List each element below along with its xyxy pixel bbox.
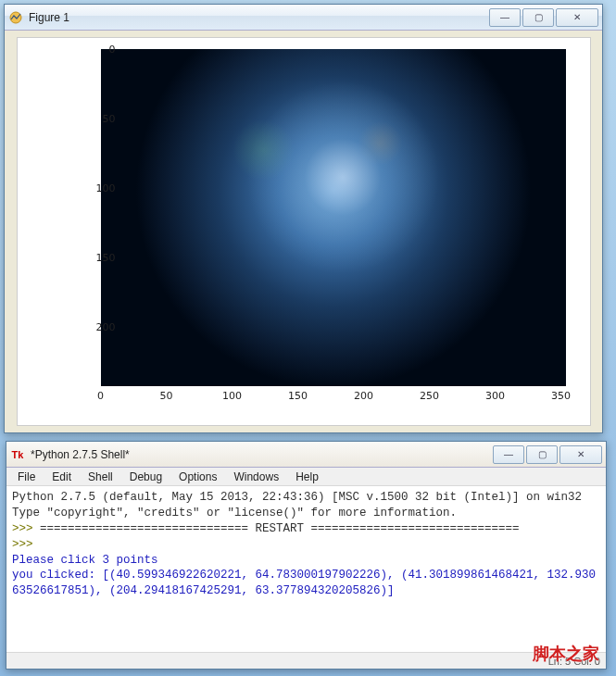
earth-image xyxy=(101,49,566,386)
shell-output[interactable]: Python 2.7.5 (default, May 15 2013, 22:4… xyxy=(6,486,606,652)
x-tick-label: 50 xyxy=(160,390,173,402)
y-tick-label: 50 xyxy=(88,113,116,125)
shell-menubar: FileEditShellDebugOptionsWindowsHelp xyxy=(6,468,606,486)
shell-prompt: >>> xyxy=(12,522,40,535)
shell-prompt: >>> xyxy=(12,538,40,551)
minimize-button[interactable]: — xyxy=(493,445,524,464)
shell-restart: ============================== RESTART =… xyxy=(40,522,520,535)
minimize-button[interactable]: — xyxy=(489,8,521,27)
menu-help[interactable]: Help xyxy=(288,469,326,485)
x-tick-label: 300 xyxy=(485,390,505,402)
x-tick-label: 350 xyxy=(551,390,571,402)
maximize-button[interactable]: ▢ xyxy=(522,8,554,27)
shell-title: *Python 2.7.5 Shell* xyxy=(31,448,493,461)
x-tick-label: 0 xyxy=(97,390,104,402)
tk-icon: Tk xyxy=(10,447,25,462)
figure-titlebar[interactable]: Figure 1 — ▢ ✕ xyxy=(5,5,602,31)
close-button[interactable]: ✕ xyxy=(559,445,602,464)
watermark: 脚本之家 xyxy=(533,643,599,665)
y-tick-label: 100 xyxy=(88,182,116,194)
plot-canvas[interactable]: 050100150200050100150200250300350 xyxy=(17,37,591,426)
menu-file[interactable]: File xyxy=(10,469,43,485)
shell-line: Python 2.7.5 (default, May 15 2013, 22:4… xyxy=(12,491,582,504)
shell-statusbar: Ln: 5 Col: 0 xyxy=(6,652,606,669)
menu-edit[interactable]: Edit xyxy=(44,469,79,485)
menu-debug[interactable]: Debug xyxy=(122,469,170,485)
shell-titlebar[interactable]: Tk *Python 2.7.5 Shell* — ▢ ✕ xyxy=(6,442,606,468)
y-tick-label: 0 xyxy=(88,44,116,56)
x-tick-label: 150 xyxy=(288,390,308,402)
menu-options[interactable]: Options xyxy=(171,469,224,485)
shell-line: Type "copyright", "credits" or "license(… xyxy=(12,507,457,520)
figure-body: 050100150200050100150200250300350 xyxy=(5,31,602,432)
maximize-button[interactable]: ▢ xyxy=(526,445,558,464)
x-tick-label: 200 xyxy=(354,390,373,402)
shell-output-line: Please click 3 points xyxy=(12,554,158,567)
figure-window: Figure 1 — ▢ ✕ 0501001502000501001502002… xyxy=(4,4,603,433)
menu-windows[interactable]: Windows xyxy=(226,469,286,485)
y-tick-label: 200 xyxy=(88,321,116,333)
shell-window: Tk *Python 2.7.5 Shell* — ▢ ✕ FileEditSh… xyxy=(6,441,607,670)
close-button[interactable]: ✕ xyxy=(556,8,598,27)
shell-output-line: you clicked: [(40.599346922620221, 64.78… xyxy=(12,569,596,597)
y-tick-label: 150 xyxy=(88,252,116,264)
matplotlib-icon xyxy=(8,10,23,25)
menu-shell[interactable]: Shell xyxy=(81,469,120,485)
figure-title: Figure 1 xyxy=(29,11,489,24)
x-tick-label: 100 xyxy=(222,390,242,402)
axes-image[interactable] xyxy=(101,49,566,386)
x-tick-label: 250 xyxy=(420,390,439,402)
